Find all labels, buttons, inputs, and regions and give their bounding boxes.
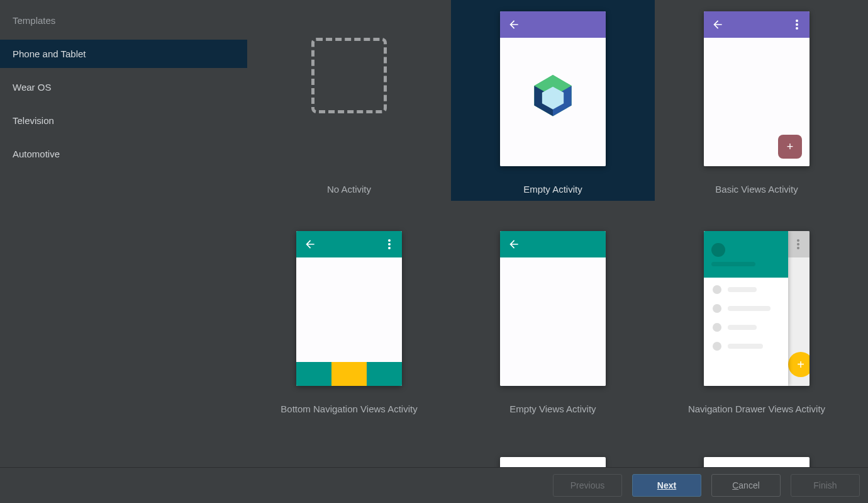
bottom-nav-bar (296, 362, 402, 386)
back-arrow-icon (508, 18, 520, 31)
sidebar-item-wear-os[interactable]: Wear OS (0, 73, 247, 101)
sidebar-item-phone-and-tablet[interactable]: Phone and Tablet (0, 40, 247, 68)
cancel-button[interactable]: Cancel (711, 474, 781, 497)
template-peek[interactable] (704, 457, 810, 467)
more-vert-icon (792, 20, 802, 30)
dashed-placeholder-icon (311, 38, 387, 113)
back-arrow-icon (711, 18, 724, 31)
template-label: Empty Activity (451, 178, 655, 201)
nav-drawer (704, 231, 788, 386)
more-vert-icon (793, 239, 803, 249)
sidebar: Templates Phone and Tablet Wear OS Telev… (0, 0, 247, 467)
template-empty-activity[interactable]: Empty Activity (451, 0, 655, 220)
template-peek[interactable] (500, 457, 606, 467)
svg-point-8 (388, 239, 391, 242)
template-label: Navigation Drawer Views Activity (655, 397, 859, 421)
template-label: Empty Views Activity (451, 397, 655, 421)
next-button[interactable]: Next (632, 474, 701, 497)
appbar (500, 231, 606, 257)
svg-point-7 (796, 27, 798, 30)
svg-point-5 (796, 20, 798, 22)
appbar (704, 11, 810, 38)
svg-point-12 (797, 243, 799, 246)
avatar-icon (711, 243, 725, 257)
template-navigation-drawer-views-activity[interactable]: + (655, 220, 859, 439)
templates-panel: No Activity (247, 0, 868, 467)
svg-point-6 (796, 23, 798, 26)
wizard-footer: Previous Next Cancel Finish (0, 467, 868, 503)
back-arrow-icon (304, 238, 316, 251)
more-vert-icon (384, 239, 394, 249)
svg-point-9 (388, 243, 391, 246)
template-empty-views-activity[interactable]: Empty Views Activity (451, 220, 655, 439)
fab-add-icon: + (788, 352, 810, 377)
appbar (500, 11, 606, 38)
svg-point-10 (388, 247, 391, 249)
compose-logo-icon (528, 71, 577, 123)
cancel-rest: ancel (738, 480, 759, 490)
template-label: Basic Views Activity (655, 178, 859, 201)
back-arrow-icon (508, 238, 520, 251)
svg-point-13 (797, 247, 799, 249)
template-no-activity[interactable]: No Activity (247, 0, 451, 220)
template-label: No Activity (247, 178, 451, 201)
sidebar-item-automotive[interactable]: Automotive (0, 140, 247, 168)
svg-point-11 (797, 239, 799, 242)
sidebar-item-television[interactable]: Television (0, 106, 247, 135)
appbar (296, 231, 402, 257)
template-label: Bottom Navigation Views Activity (247, 397, 451, 421)
template-bottom-navigation-views-activity[interactable]: Bottom Navigation Views Activity (247, 220, 451, 439)
fab-add-icon: + (778, 135, 802, 159)
previous-button[interactable]: Previous (553, 474, 622, 497)
template-basic-views-activity[interactable]: + Basic Views Activity (655, 0, 859, 220)
template-peek[interactable] (296, 457, 402, 467)
finish-button[interactable]: Finish (791, 474, 860, 497)
sidebar-title: Templates (0, 9, 247, 40)
